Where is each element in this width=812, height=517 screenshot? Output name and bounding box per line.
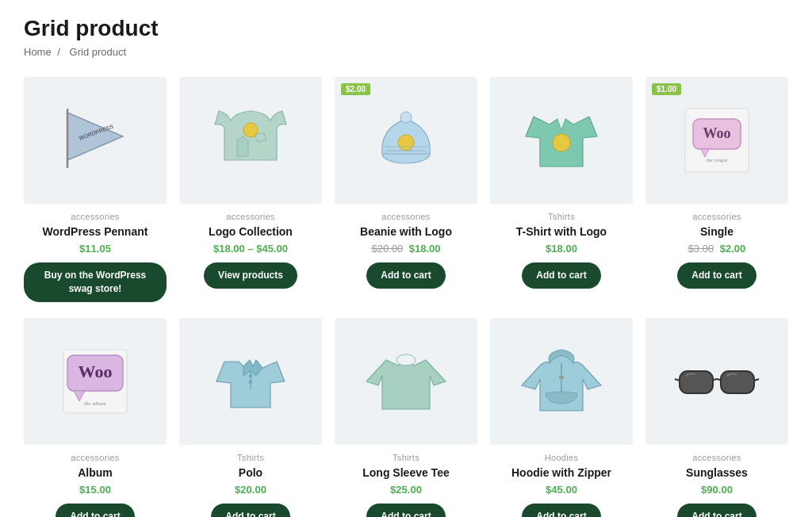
product-card: Woo the album accessories Album $15.00 A… [24,318,167,517]
product-category: accessories [226,212,274,221]
svg-marker-0 [67,113,123,160]
svg-text:Woo: Woo [703,125,730,141]
add-to-cart-button[interactable]: Add to cart [366,262,445,289]
product-name: WordPress Pennant [43,224,148,239]
product-price: $20.00 $18.00 [371,243,440,255]
product-card: $2.00 accessories Beanie with Logo $20.0… [335,77,477,302]
breadcrumb-home[interactable]: Home [24,46,52,58]
product-price: $18.00 [546,243,577,255]
product-image-wrap: Woo the album [24,318,167,445]
product-image-hoodie [518,338,605,425]
product-price: $18.00 – $45.00 [213,243,288,255]
product-grid-row2: Woo the album accessories Album $15.00 A… [24,318,788,517]
product-image-logo-collection [207,97,294,184]
old-price: $3.00 [688,243,714,255]
product-card: Tshirts T-Shirt with Logo $18.00 Add to … [490,77,633,302]
product-image-wrap [490,318,633,445]
view-products-button[interactable]: View products [204,262,297,289]
product-price: $20.00 [235,484,266,496]
product-category: accessories [692,453,741,462]
add-to-cart-button[interactable]: Add to cart [211,504,289,517]
product-price: $45.00 [546,484,577,496]
product-name: Hoodie with Zipper [511,465,611,480]
product-category: accessories [71,453,119,462]
product-image-wrap [645,318,788,445]
svg-rect-26 [680,371,713,393]
svg-text:the album: the album [84,400,106,407]
svg-rect-27 [721,371,754,393]
product-image-wrap: $2.00 [335,77,477,204]
product-image-wrap: WORDPRESS [24,77,167,204]
product-name: T-Shirt with Logo [516,224,607,239]
product-card: Tshirts Polo $20.00 Add to cart [179,318,322,517]
product-card: Hoodies Hoodie with Zipper $45.00 Add to… [490,318,633,517]
product-price: $11.05 [79,243,111,255]
svg-point-5 [400,112,412,123]
product-name: Polo [239,465,262,480]
svg-point-23 [396,354,416,366]
product-image-wrap: $1.00 Woo the single [645,77,788,204]
product-image-sunglasses [673,338,760,425]
add-to-cart-button[interactable]: Add to cart [677,504,756,517]
page-title: Grid product [24,16,788,41]
old-price: $20.00 [371,243,403,255]
product-name: Long Sleeve Tee [362,465,449,480]
add-to-cart-button[interactable]: Add to cart [522,504,600,517]
product-image-tshirt [518,97,605,184]
product-category: Hoodies [545,453,578,462]
sale-badge: $2.00 [341,83,370,95]
product-name: Beanie with Logo [360,224,452,239]
svg-point-3 [243,123,258,137]
product-card: $1.00 Woo the single accessories Single … [645,77,788,302]
add-to-cart-button[interactable]: Add to cart [56,504,134,517]
sale-badge: $1.00 [652,83,681,95]
product-name: Sunglasses [686,465,748,480]
product-price: $15.00 [79,484,111,496]
svg-text:the single: the single [706,157,727,163]
svg-point-22 [249,381,252,384]
product-category: accessories [71,212,119,221]
add-to-cart-button[interactable]: Add to cart [522,262,600,289]
product-image-album: Woo the album [52,338,139,425]
product-price: $3.00 $2.00 [688,243,746,255]
product-category: accessories [692,212,741,221]
product-image-beanie [362,97,450,184]
product-name: Album [78,465,113,480]
product-image-long-sleeve [362,338,450,425]
product-name: Single [700,224,733,239]
product-card: accessories Sunglasses $90.00 Add to car… [645,318,788,517]
add-to-cart-button[interactable]: Add to cart [677,262,756,289]
svg-point-6 [398,135,414,151]
product-image-wrap [179,318,322,445]
product-grid-row1: WORDPRESS accessories WordPress Pennant … [24,77,788,302]
product-image-polo [207,338,294,425]
add-to-cart-button[interactable]: Add to cart [366,504,445,517]
product-card: accessories Logo Collection $18.00 – $45… [179,77,322,302]
breadcrumb: Home / Grid product [24,46,788,58]
svg-point-21 [249,374,252,377]
product-image-pennant: WORDPRESS [52,97,139,184]
breadcrumb-current: Grid product [70,46,127,58]
product-image-single: Woo the single [673,97,760,184]
product-price: $25.00 [390,484,422,496]
svg-rect-25 [559,376,564,379]
product-name: Logo Collection [209,224,293,239]
svg-text:Woo: Woo [79,362,113,381]
product-image-wrap [335,318,477,445]
product-category: accessories [381,212,430,221]
svg-point-9 [553,134,570,151]
product-image-wrap [179,77,322,204]
product-category: Tshirts [548,212,575,221]
product-price: $90.00 [701,484,733,496]
product-category: Tshirts [393,453,419,462]
product-card: Tshirts Long Sleeve Tee $25.00 Add to ca… [335,318,477,517]
product-card: WORDPRESS accessories WordPress Pennant … [24,77,167,302]
product-category: Tshirts [237,453,264,462]
add-to-cart-button[interactable]: Buy on the WordPress swag store! [24,262,167,302]
product-image-wrap [490,77,633,204]
